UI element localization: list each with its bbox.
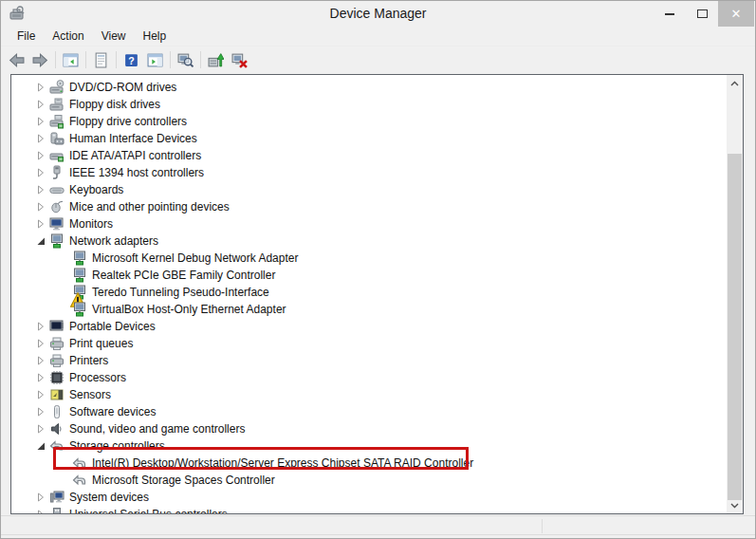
hid-icon xyxy=(49,131,65,146)
tree-item-label: Mice and other pointing devices xyxy=(69,200,230,214)
tree-category[interactable]: Processors xyxy=(11,369,727,386)
sound-icon xyxy=(49,421,65,437)
expander-collapsed-icon[interactable] xyxy=(34,337,47,350)
tree-category[interactable]: Monitors xyxy=(11,215,727,232)
ieee1394-icon xyxy=(49,165,65,180)
floppy-drive-icon xyxy=(49,97,65,112)
expander-collapsed-icon[interactable] xyxy=(34,320,47,333)
floppy-controller-icon xyxy=(49,114,65,129)
tree-category[interactable]: Storage controllers xyxy=(11,437,727,455)
tree-category[interactable]: Floppy drive controllers xyxy=(11,113,727,130)
network-adapter-icon xyxy=(72,268,87,283)
tree-category[interactable]: Sensors xyxy=(11,386,727,403)
back-button[interactable] xyxy=(5,48,28,71)
tree-item-label: IEEE 1394 host controllers xyxy=(69,166,204,179)
scroll-down-button[interactable] xyxy=(727,497,743,513)
toolbar-separator xyxy=(116,51,117,68)
expander-collapsed-icon[interactable] xyxy=(34,166,47,179)
tree-device[interactable]: Teredo Tunneling Pseudo-Interface xyxy=(11,284,727,301)
back-icon xyxy=(9,52,25,68)
expander-collapsed-icon[interactable] xyxy=(34,405,47,418)
toolbar: ? xyxy=(1,46,755,73)
tree-item-label: Sound, video and game controllers xyxy=(69,422,245,436)
tree-device[interactable]: Microsoft Storage Spaces Controller xyxy=(11,472,727,489)
show-action-pane-button[interactable] xyxy=(143,48,167,71)
scrollbar-thumb[interactable] xyxy=(728,154,742,500)
expander-collapsed-icon[interactable] xyxy=(34,132,47,145)
menu-file[interactable]: File xyxy=(9,28,44,45)
expander-collapsed-icon[interactable] xyxy=(34,149,47,162)
tree-item-label: Print queues xyxy=(69,337,133,350)
menu-action[interactable]: Action xyxy=(44,28,92,45)
expander-collapsed-icon[interactable] xyxy=(34,217,47,231)
tree-category[interactable]: Printers xyxy=(11,352,727,369)
tree-item-label: DVD/CD-ROM drives xyxy=(69,81,176,94)
tree-category[interactable]: Keyboards xyxy=(11,181,727,198)
network-adapter-icon xyxy=(49,233,65,249)
tree-category[interactable]: Print queues xyxy=(11,335,727,352)
tree-item-label: Monitors xyxy=(69,217,113,231)
tree-category[interactable]: Sound, video and game controllers xyxy=(11,420,727,437)
titlebar[interactable]: Device Manager ✕ xyxy=(1,1,755,27)
tree-category[interactable]: Portable Devices xyxy=(11,318,727,335)
storage-controller-icon xyxy=(72,455,87,471)
close-button[interactable]: ✕ xyxy=(718,1,754,27)
tree-item-label: Intel(R) Desktop/Workstation/Server Expr… xyxy=(92,456,473,470)
printer-icon xyxy=(49,336,65,351)
sensors-icon xyxy=(49,387,65,402)
show-console-tree-button[interactable] xyxy=(59,48,83,71)
toolbar-separator xyxy=(200,51,201,68)
expander-collapsed-icon[interactable] xyxy=(34,81,47,94)
tree-device[interactable]: Microsoft Kernel Debug Network Adapter xyxy=(11,250,727,267)
tree-category[interactable]: IDE ATA/ATAPI controllers xyxy=(11,147,727,164)
expander-collapsed-icon[interactable] xyxy=(34,183,47,196)
maximize-icon xyxy=(697,9,708,18)
expander-collapsed-icon[interactable] xyxy=(34,388,47,401)
tree-item-label: Network adapters xyxy=(69,234,158,248)
tree-category[interactable]: Software devices xyxy=(11,403,727,420)
expander-expanded-icon[interactable] xyxy=(34,234,47,248)
tree-category[interactable]: System devices xyxy=(11,489,727,506)
tree-category[interactable]: Floppy disk drives xyxy=(11,96,727,113)
forward-icon xyxy=(32,52,48,68)
minimize-icon xyxy=(665,13,674,15)
expander-collapsed-icon[interactable] xyxy=(34,200,47,214)
svg-text:?: ? xyxy=(128,54,134,65)
properties-button[interactable] xyxy=(89,48,113,71)
tree-category[interactable]: Mice and other pointing devices xyxy=(11,198,727,215)
minimize-button[interactable] xyxy=(654,1,686,27)
uninstall-device-button[interactable] xyxy=(228,48,251,71)
properties-icon xyxy=(93,52,109,68)
tree-category[interactable]: DVD/CD-ROM drives xyxy=(11,79,727,96)
expander-collapsed-icon[interactable] xyxy=(34,115,47,128)
tree-category[interactable]: Human Interface Devices xyxy=(11,130,727,147)
tree-item-label: IDE ATA/ATAPI controllers xyxy=(69,149,201,162)
tree-device[interactable]: VirtualBox Host-Only Ethernet Adapter xyxy=(11,301,727,318)
chevron-down-icon xyxy=(730,503,739,509)
expander-collapsed-icon[interactable] xyxy=(34,371,47,384)
expander-collapsed-icon[interactable] xyxy=(34,354,47,367)
tree-category[interactable]: Universal Serial Bus controllers xyxy=(11,506,727,513)
menu-view[interactable]: View xyxy=(93,28,135,45)
expander-collapsed-icon[interactable] xyxy=(34,508,47,513)
tree-device[interactable]: Intel(R) Desktop/Workstation/Server Expr… xyxy=(11,455,727,472)
scroll-up-button[interactable] xyxy=(727,75,743,91)
maximize-button[interactable] xyxy=(686,1,718,27)
scan-hardware-changes-button[interactable] xyxy=(174,48,197,71)
menu-help[interactable]: Help xyxy=(135,28,175,45)
expander-collapsed-icon[interactable] xyxy=(34,98,47,111)
tree-item-label: Floppy disk drives xyxy=(69,98,160,111)
toolbar-separator xyxy=(55,51,56,68)
forward-button[interactable] xyxy=(28,48,52,71)
uninstall-icon xyxy=(231,52,248,68)
expander-collapsed-icon[interactable] xyxy=(34,491,47,504)
help-button[interactable]: ? xyxy=(120,48,143,71)
vertical-scrollbar[interactable] xyxy=(727,75,743,513)
expander-expanded-icon[interactable] xyxy=(34,439,47,453)
tree-category[interactable]: Network adapters xyxy=(11,232,727,250)
tree-device[interactable]: Realtek PCIe GBE Family Controller xyxy=(11,267,727,284)
expander-collapsed-icon[interactable] xyxy=(34,422,47,436)
tree-item-label: Keyboards xyxy=(69,183,123,196)
tree-category[interactable]: IEEE 1394 host controllers xyxy=(11,164,727,181)
update-driver-button[interactable] xyxy=(204,48,228,71)
